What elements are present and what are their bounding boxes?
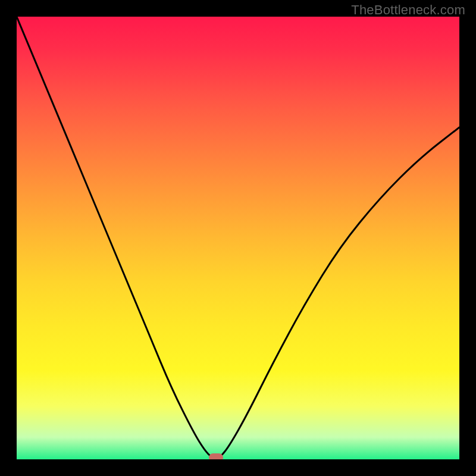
bottleneck-curve bbox=[17, 17, 459, 459]
plot-area bbox=[17, 17, 459, 459]
watermark-text: TheBottleneck.com bbox=[351, 2, 465, 18]
minimum-marker bbox=[209, 453, 223, 459]
chart-frame: TheBottleneck.com bbox=[0, 0, 476, 476]
